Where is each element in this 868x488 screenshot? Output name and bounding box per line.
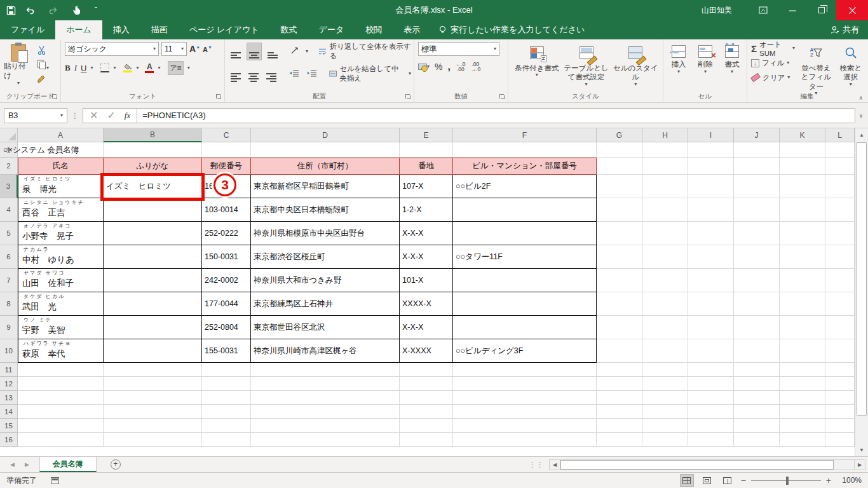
undo-dropdown-icon[interactable]: ▾	[37, 8, 39, 13]
cell-G5[interactable]	[597, 222, 642, 245]
cell-L1[interactable]	[825, 142, 855, 158]
phonetic-guide-button[interactable]: ア亜	[168, 61, 183, 75]
align-middle-icon[interactable]	[247, 43, 262, 60]
cell-E3[interactable]: 107-X	[400, 175, 453, 198]
cell-H13[interactable]	[642, 391, 688, 405]
comma-style-icon[interactable]: ,	[447, 61, 450, 72]
row-header-12[interactable]: 12	[0, 377, 18, 391]
cell-A14[interactable]	[18, 405, 104, 419]
align-left-icon[interactable]	[229, 64, 243, 83]
underline-button[interactable]: U	[81, 64, 86, 73]
cell-B7[interactable]	[104, 269, 202, 292]
decrease-indent-icon[interactable]	[287, 67, 301, 81]
cell-B11[interactable]	[104, 363, 202, 377]
zoom-in-icon[interactable]: +	[826, 475, 831, 485]
cell-G7[interactable]	[597, 269, 642, 292]
accounting-format-icon[interactable]: ▾	[418, 62, 430, 71]
cell-F1[interactable]	[453, 142, 597, 158]
font-color-dropdown-icon[interactable]: ▾	[158, 65, 160, 71]
alignment-dialog-launcher-icon[interactable]	[405, 94, 412, 100]
cell-A7[interactable]: ヤマダ サワコ山田 佐和子	[18, 269, 104, 292]
cell-H2[interactable]	[642, 158, 688, 175]
percent-style-icon[interactable]: %	[435, 62, 442, 72]
cell-G6[interactable]	[597, 245, 642, 269]
page-break-view-button[interactable]	[721, 474, 735, 487]
cell-E10[interactable]: X-XXXX	[400, 339, 453, 363]
cell-I13[interactable]	[688, 391, 734, 405]
cell-K12[interactable]	[780, 377, 825, 391]
redo-button[interactable]: ▾	[48, 6, 63, 15]
scroll-left-icon[interactable]: ◀	[549, 459, 560, 470]
cell-D1[interactable]	[251, 142, 400, 158]
share-button[interactable]: 共有	[830, 20, 859, 39]
cell-A6[interactable]: ナカムラ中村 ゆりあ	[18, 245, 104, 269]
collapse-ribbon-icon[interactable]: ∧	[858, 95, 863, 101]
cell-I10[interactable]	[688, 339, 734, 363]
cell-L3[interactable]	[825, 175, 855, 198]
cell-H14[interactable]	[642, 405, 688, 419]
cell-E8[interactable]: XXXX-X	[400, 292, 453, 316]
cell-E9[interactable]: X-X-X	[400, 316, 453, 339]
cell-K13[interactable]	[780, 391, 825, 405]
cell-J13[interactable]	[734, 391, 780, 405]
cell-A12[interactable]	[18, 377, 104, 391]
cell-G13[interactable]	[597, 391, 642, 405]
cell-D11[interactable]	[251, 363, 400, 377]
name-box[interactable]: B3▾	[4, 108, 67, 123]
cell-I11[interactable]	[688, 363, 734, 377]
cell-D13[interactable]	[251, 391, 400, 405]
cell-A13[interactable]	[18, 391, 104, 405]
find-select-button[interactable]: 検索と選択▾	[837, 42, 864, 96]
cell-J7[interactable]	[734, 269, 780, 292]
decrease-font-size-icon[interactable]: A▼	[203, 45, 212, 53]
scroll-right-icon[interactable]: ▶	[854, 459, 865, 470]
cell-G4[interactable]	[597, 198, 642, 222]
cell-C2[interactable]: 郵便番号	[202, 158, 251, 175]
macro-record-icon[interactable]	[51, 477, 59, 484]
cell-B9[interactable]	[104, 316, 202, 339]
cell-G8[interactable]	[597, 292, 642, 316]
cell-C8[interactable]: 177-0044	[202, 292, 251, 316]
cell-D12[interactable]	[251, 377, 400, 391]
format-as-table-button[interactable]: テーブルとして書式設定▾	[562, 42, 611, 87]
cell-J10[interactable]	[734, 339, 780, 363]
cancel-entry-icon[interactable]: ✕	[90, 109, 98, 121]
font-dialog-launcher-icon[interactable]	[216, 94, 222, 100]
cell-D8[interactable]: 東京都練馬区上石神井	[251, 292, 400, 316]
cell-F8[interactable]	[453, 292, 597, 316]
cell-F5[interactable]	[453, 222, 597, 245]
select-all-corner[interactable]	[0, 128, 18, 142]
touch-mode-dropdown-icon[interactable]: ▾	[83, 8, 86, 13]
sheet-nav-right-icon[interactable]: ▶	[25, 461, 29, 468]
cell-B15[interactable]	[104, 419, 202, 433]
format-painter-icon[interactable]	[37, 74, 49, 86]
cell-B13[interactable]	[104, 391, 202, 405]
cell-L10[interactable]	[825, 339, 855, 363]
row-header-3[interactable]: 3	[0, 175, 18, 198]
cell-H9[interactable]	[642, 316, 688, 339]
cell-A11[interactable]	[18, 363, 104, 377]
cell-L11[interactable]	[825, 363, 855, 377]
cell-H6[interactable]	[642, 245, 688, 269]
row-header-8[interactable]: 8	[0, 292, 18, 316]
formula-bar-splitter[interactable]: ⋮	[71, 111, 79, 120]
cell-D14[interactable]	[251, 405, 400, 419]
cell-L7[interactable]	[825, 269, 855, 292]
cell-D15[interactable]	[251, 419, 400, 433]
vertical-scroll-thumb[interactable]	[857, 142, 867, 416]
cell-A4[interactable]: ニシタニ ショウキチ西谷 正吉	[18, 198, 104, 222]
cell-L14[interactable]	[825, 405, 855, 419]
cell-L13[interactable]	[825, 391, 855, 405]
cell-F6[interactable]: ○○タワー11F	[453, 245, 597, 269]
cell-E13[interactable]	[400, 391, 453, 405]
cell-I4[interactable]	[688, 198, 734, 222]
cell-F15[interactable]	[453, 419, 597, 433]
row-header-6[interactable]: 6	[0, 245, 18, 269]
cell-A3[interactable]: イズミ ヒロミツ泉 博光	[18, 175, 104, 198]
increase-font-size-icon[interactable]: A▲	[189, 44, 200, 54]
cell-E2[interactable]: 番地	[400, 158, 453, 175]
cell-B8[interactable]	[104, 292, 202, 316]
cell-G3[interactable]	[597, 175, 642, 198]
cell-J1[interactable]	[734, 142, 780, 158]
cell-C16[interactable]	[202, 433, 251, 447]
